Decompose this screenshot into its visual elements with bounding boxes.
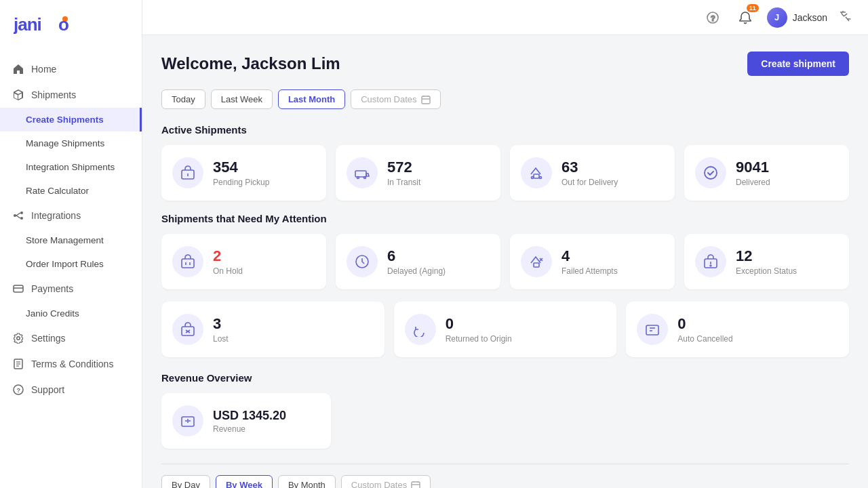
- user-name: Jackson: [793, 12, 827, 23]
- svg-point-28: [532, 177, 534, 179]
- in-transit-number: 572: [387, 159, 420, 176]
- svg-point-25: [357, 177, 359, 179]
- chart-filter-custom-dates[interactable]: Custom Dates: [341, 475, 431, 488]
- returned-number: 0: [446, 315, 512, 333]
- chart-filter-by-week[interactable]: By Week: [216, 475, 273, 488]
- sidebar-item-terms[interactable]: Terms & Conditions: [0, 351, 142, 377]
- support-icon: ?: [12, 384, 24, 396]
- attention-row2: 3 Lost 0 Returned to Origin: [161, 302, 849, 357]
- svg-point-29: [540, 177, 542, 179]
- delivered-label: Delivered: [736, 178, 770, 187]
- card-lost: 3 Lost: [161, 302, 384, 357]
- card-on-hold: 2 On Hold: [161, 234, 326, 289]
- card-returned-to-origin: 0 Returned to Origin: [394, 302, 617, 357]
- pending-pickup-icon-wrap: [172, 157, 203, 188]
- on-hold-icon-wrap: [172, 246, 203, 277]
- returned-icon-wrap: [405, 314, 436, 345]
- settings-icon: [12, 332, 24, 344]
- sidebar-item-rate-calculator-label: Rate Calculator: [26, 186, 89, 196]
- attention-shipments-title: Shipments that Need My Attention: [161, 213, 849, 224]
- revenue-icon-wrap: [172, 405, 203, 436]
- auto-cancelled-label: Auto Cancelled: [677, 334, 732, 344]
- sidebar-item-payments[interactable]: Payments: [0, 276, 142, 302]
- sidebar-item-shipments-label: Shipments: [31, 89, 76, 100]
- sidebar-item-manage-shipments[interactable]: Manage Shipments: [0, 131, 142, 155]
- sidebar-item-integration-shipments-label: Integration Shipments: [26, 162, 115, 172]
- sidebar-item-janio-credits[interactable]: Janio Credits: [0, 302, 142, 325]
- sidebar-item-integration-shipments[interactable]: Integration Shipments: [0, 155, 142, 179]
- svg-text:o: o: [58, 14, 68, 35]
- lost-number: 3: [213, 315, 229, 333]
- svg-rect-49: [412, 482, 420, 489]
- chart-custom-dates-label: Custom Dates: [351, 480, 407, 488]
- failed-attempts-icon-wrap: [521, 246, 552, 277]
- avatar: J: [767, 7, 787, 28]
- sidebar-item-settings-label: Settings: [31, 333, 66, 344]
- sidebar-item-create-shipments[interactable]: Create Shipments: [0, 108, 142, 131]
- help-icon[interactable]: ?: [702, 7, 724, 28]
- svg-point-4: [20, 211, 23, 214]
- svg-text:jani: jani: [14, 14, 41, 35]
- on-hold-number: 2: [213, 247, 243, 265]
- delivered-icon-wrap: [695, 157, 726, 188]
- pending-pickup-number: 354: [213, 159, 269, 176]
- sidebar-item-integrations[interactable]: Integrations: [0, 203, 142, 228]
- svg-rect-18: [422, 96, 430, 104]
- out-for-delivery-number: 63: [561, 159, 618, 176]
- svg-text:?: ?: [17, 387, 21, 394]
- sidebar-item-support-label: Support: [31, 384, 64, 395]
- card-failed-attempts: 4 Failed Attempts: [510, 234, 675, 289]
- card-delayed: 6 Delayed (Aging): [336, 234, 500, 289]
- custom-dates-label: Custom Dates: [361, 94, 416, 104]
- sidebar-item-rate-calculator[interactable]: Rate Calculator: [0, 179, 142, 203]
- filter-custom-dates[interactable]: Custom Dates: [351, 89, 440, 109]
- returned-label: Returned to Origin: [446, 334, 512, 344]
- sidebar: jani o Home Shipments Create Shipments: [0, 0, 142, 488]
- chart-filters: By Day By Week By Month Custom Dates: [161, 475, 849, 488]
- svg-line-7: [16, 216, 20, 218]
- lost-icon-wrap: [172, 314, 203, 345]
- auto-cancelled-number: 0: [677, 315, 732, 333]
- translate-icon[interactable]: [838, 9, 852, 26]
- chart-filter-by-day[interactable]: By Day: [161, 475, 210, 488]
- notifications-bell[interactable]: 11: [734, 7, 756, 28]
- auto-cancelled-icon-wrap: [637, 314, 668, 345]
- sidebar-item-shipments[interactable]: Shipments: [0, 82, 142, 108]
- create-shipment-button[interactable]: Create shipment: [747, 52, 849, 76]
- date-filters: Today Last Week Last Month Custom Dates: [161, 89, 849, 109]
- filter-last-month[interactable]: Last Month: [278, 89, 345, 109]
- out-for-delivery-label: Out for Delivery: [561, 178, 618, 187]
- delivered-number: 9041: [736, 159, 770, 176]
- sidebar-item-store-management-label: Store Management: [26, 235, 104, 245]
- topbar: ? 11 J Jackson: [142, 0, 868, 35]
- exception-status-icon-wrap: [695, 246, 726, 277]
- filter-last-week[interactable]: Last Week: [211, 89, 273, 109]
- exception-status-label: Exception Status: [736, 266, 797, 276]
- sidebar-item-manage-shipments-label: Manage Shipments: [26, 138, 104, 148]
- divider: [161, 464, 849, 464]
- svg-rect-27: [534, 174, 539, 178]
- svg-point-3: [14, 214, 16, 217]
- failed-attempts-number: 4: [561, 247, 618, 265]
- delayed-icon-wrap: [347, 246, 378, 277]
- filter-today[interactable]: Today: [161, 89, 205, 109]
- svg-line-6: [16, 213, 20, 216]
- sidebar-item-settings[interactable]: Settings: [0, 325, 142, 351]
- user-menu[interactable]: J Jackson: [767, 7, 827, 28]
- chart-filter-by-month[interactable]: By Month: [278, 475, 336, 488]
- svg-rect-31: [182, 259, 194, 268]
- integrations-icon: [12, 209, 24, 222]
- card-auto-cancelled: 0 Auto Cancelled: [626, 302, 849, 357]
- sidebar-item-support[interactable]: ? Support: [0, 377, 142, 403]
- payments-icon: [12, 283, 24, 295]
- in-transit-label: In Transit: [387, 178, 420, 187]
- home-icon: [12, 63, 24, 75]
- pending-pickup-label: Pending Pickup: [213, 178, 269, 187]
- sidebar-item-store-management[interactable]: Store Management: [0, 228, 142, 252]
- delayed-label: Delayed (Aging): [387, 266, 446, 276]
- sidebar-item-home[interactable]: Home: [0, 56, 142, 82]
- package-icon: [12, 89, 24, 101]
- card-in-transit: 572 In Transit: [336, 145, 500, 201]
- failed-attempts-label: Failed Attempts: [561, 266, 618, 276]
- sidebar-item-order-import-rules[interactable]: Order Import Rules: [0, 252, 142, 276]
